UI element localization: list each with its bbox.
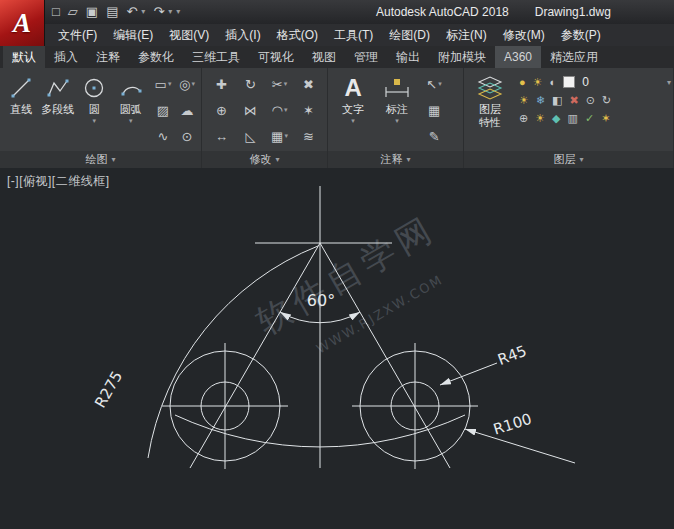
- qat-customize-icon[interactable]: ▾: [176, 0, 180, 24]
- menu-view[interactable]: 视图(V): [161, 24, 217, 46]
- point-tool-button[interactable]: ⊙: [182, 129, 193, 144]
- spline-tool-button[interactable]: ∿: [158, 129, 169, 144]
- layer-merge-icon[interactable]: ✶: [601, 112, 610, 125]
- panel-modify-expand-icon[interactable]: ▾: [276, 155, 280, 164]
- menu-tools[interactable]: 工具(T): [326, 24, 381, 46]
- open-file-icon[interactable]: ▱: [68, 0, 78, 24]
- circle-tool-button[interactable]: 圆 ▾: [76, 71, 113, 125]
- menu-edit[interactable]: 编辑(E): [105, 24, 161, 46]
- hatch-tool-button[interactable]: ▨: [157, 103, 169, 118]
- scale-tool-button[interactable]: ◺: [246, 129, 256, 144]
- undo-dropdown-icon[interactable]: ▾: [141, 0, 145, 24]
- tab-addins[interactable]: 附加模块: [429, 46, 495, 68]
- layer-thaw-icon[interactable]: ❄: [536, 94, 545, 107]
- panel-draw-expand-icon[interactable]: ▾: [111, 155, 115, 164]
- layer-prev-icon[interactable]: ◆: [552, 112, 560, 125]
- markup-tool-button[interactable]: ✎: [429, 129, 440, 144]
- new-file-icon[interactable]: □: [52, 0, 60, 24]
- ellipse-tool-button[interactable]: ◎▾: [179, 77, 195, 92]
- explode-tool-button[interactable]: ✶: [303, 103, 314, 118]
- menu-insert[interactable]: 插入(I): [217, 24, 268, 46]
- revcloud-tool-button[interactable]: ☁: [181, 103, 194, 118]
- panel-draw-label[interactable]: 绘图 ▾: [0, 151, 201, 168]
- layer-lock-icon[interactable]: ◐: [550, 76, 557, 88]
- array-tool-button[interactable]: ▦▾: [271, 129, 288, 144]
- trim-dropdown-icon[interactable]: ▾: [284, 80, 288, 88]
- dimension-tool-button[interactable]: 标注 ▾: [375, 71, 419, 125]
- panel-annotate-label[interactable]: 注释 ▾: [328, 151, 463, 168]
- save-icon[interactable]: ▣: [86, 0, 98, 24]
- tab-visualize[interactable]: 可视化: [249, 46, 303, 68]
- leader-dropdown-icon[interactable]: ▾: [438, 80, 442, 88]
- layer-freeze-icon[interactable]: ☀: [533, 76, 543, 89]
- rectangle-tool-button[interactable]: ▭▾: [155, 77, 172, 92]
- text-dropdown-icon[interactable]: ▾: [351, 117, 355, 125]
- move-tool-button[interactable]: ✚: [216, 77, 227, 92]
- tab-view[interactable]: 视图: [303, 46, 345, 68]
- viewport-controls[interactable]: [-][俯视][二维线框]: [7, 173, 110, 190]
- tab-annotate[interactable]: 注释: [87, 46, 129, 68]
- menu-draw[interactable]: 绘图(D): [381, 24, 438, 46]
- layer-make-current-icon[interactable]: ⊕: [519, 112, 528, 125]
- array-dropdown-icon[interactable]: ▾: [284, 132, 288, 140]
- arc-dropdown-icon[interactable]: ▾: [129, 117, 133, 125]
- layer-refresh-icon[interactable]: ↻: [602, 94, 611, 107]
- line-tool-button[interactable]: 直线: [3, 71, 40, 116]
- tab-output[interactable]: 输出: [387, 46, 429, 68]
- model-space[interactable]: [-][俯视][二维线框] 软件自学网 WWW.RJZXW.COM: [0, 168, 674, 529]
- tab-manage[interactable]: 管理: [345, 46, 387, 68]
- autocad-app-button[interactable]: A: [0, 0, 45, 46]
- circle-dropdown-icon[interactable]: ▾: [92, 117, 96, 125]
- rectangle-dropdown-icon[interactable]: ▾: [168, 80, 172, 88]
- tab-parametric[interactable]: 参数化: [129, 46, 183, 68]
- plot-icon[interactable]: ▤: [106, 0, 118, 24]
- menu-modify[interactable]: 修改(M): [495, 24, 553, 46]
- tab-a360[interactable]: A360: [495, 46, 541, 68]
- mirror-tool-button[interactable]: ⋈: [244, 103, 257, 118]
- leader-tool-button[interactable]: ↖▾: [426, 77, 441, 92]
- drawing-svg[interactable]: 软件自学网 WWW.RJZXW.COM: [0, 168, 674, 529]
- menu-dimension[interactable]: 标注(N): [438, 24, 495, 46]
- layer-off-icon[interactable]: ●: [519, 76, 526, 88]
- menu-file[interactable]: 文件(F): [50, 24, 105, 46]
- panel-layers-expand-icon[interactable]: ▾: [579, 155, 583, 164]
- offset-tool-button[interactable]: ≋: [303, 129, 314, 144]
- tab-featured-apps[interactable]: 精选应用: [541, 46, 607, 68]
- layer-unlock-icon[interactable]: ◧: [552, 94, 562, 107]
- menu-parametric[interactable]: 参数(P): [553, 24, 609, 46]
- layer-match-icon[interactable]: ☀: [535, 112, 545, 125]
- panel-modify-label[interactable]: 修改 ▾: [202, 151, 327, 168]
- rotate-tool-button[interactable]: ↻: [245, 77, 256, 92]
- panel-annotate-expand-icon[interactable]: ▾: [407, 155, 411, 164]
- text-tool-button[interactable]: A 文字 ▾: [331, 71, 375, 125]
- fillet-dropdown-icon[interactable]: ▾: [284, 106, 288, 114]
- trim-tool-button[interactable]: ✂▾: [272, 77, 287, 92]
- menu-bar: 文件(F) 编辑(E) 视图(V) 插入(I) 格式(O) 工具(T) 绘图(D…: [0, 24, 674, 46]
- fillet-tool-button[interactable]: ◠▾: [272, 103, 288, 118]
- layer-isolate-icon[interactable]: ⊙: [586, 94, 595, 107]
- menu-format[interactable]: 格式(O): [269, 24, 326, 46]
- table-tool-button[interactable]: ▦: [428, 103, 440, 118]
- tab-home[interactable]: 默认: [3, 46, 45, 68]
- layer-delete-icon[interactable]: ✖: [570, 94, 579, 107]
- layer-properties-button[interactable]: 图层特性: [467, 71, 513, 129]
- layer-walk-icon[interactable]: ▥: [568, 112, 578, 125]
- polyline-tool-button[interactable]: 多段线: [40, 71, 77, 116]
- layer-state-check-icon[interactable]: ✓: [585, 112, 594, 125]
- layer-dropdown-icon[interactable]: ▾: [667, 78, 671, 87]
- layer-selector[interactable]: ● ☀ ◐ 0 ▾: [519, 75, 671, 89]
- layer-on-icon[interactable]: ☀: [519, 94, 529, 107]
- undo-icon[interactable]: ↶: [126, 0, 137, 24]
- tab-insert[interactable]: 插入: [45, 46, 87, 68]
- arc-tool-button[interactable]: 圆弧 ▾: [113, 71, 150, 125]
- redo-dropdown-icon[interactable]: ▾: [168, 0, 172, 24]
- panel-layers-label[interactable]: 图层 ▾: [464, 151, 673, 168]
- erase-tool-button[interactable]: ✖: [303, 77, 314, 92]
- dimension-dropdown-icon[interactable]: ▾: [395, 117, 399, 125]
- tab-3d-tools[interactable]: 三维工具: [183, 46, 249, 68]
- ellipse-dropdown-icon[interactable]: ▾: [191, 80, 195, 88]
- redo-icon[interactable]: ↷: [153, 0, 164, 24]
- stretch-tool-button[interactable]: ↔: [215, 129, 228, 144]
- layer-color-swatch[interactable]: [563, 76, 575, 88]
- copy-tool-button[interactable]: ⊕: [216, 103, 227, 118]
